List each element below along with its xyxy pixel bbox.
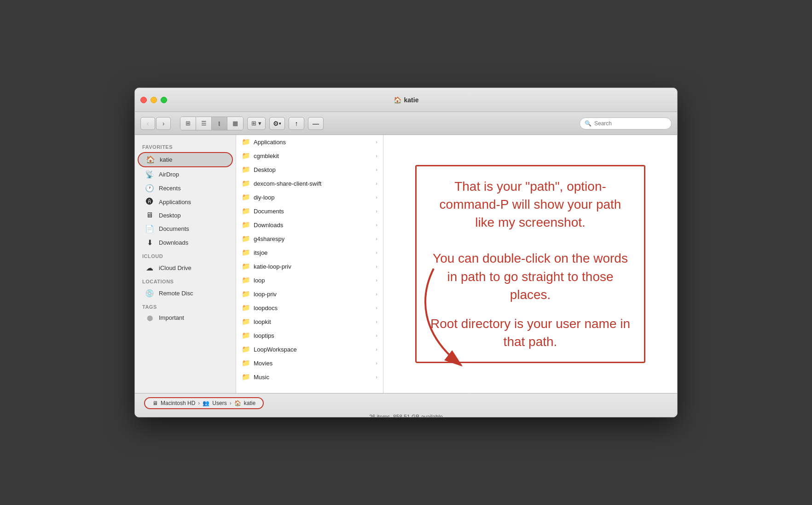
gear-action-button[interactable]: ⚙ ▾ [269,117,285,130]
file-item-loopkit[interactable]: 📁 loopkit › [236,315,383,329]
annotation-box: That is your "path", option-command-P wi… [415,165,645,364]
file-name: loopdocs [254,305,372,311]
expand-arrow-icon: › [376,374,377,380]
file-item-movies[interactable]: 📁 Movies › [236,356,383,370]
annotation-text-2: Root directory is your user name in that… [429,315,631,351]
file-name: Music [254,374,372,381]
sidebar-item-applications[interactable]: 🅐 Applications [138,195,233,208]
file-item-downloads[interactable]: 📁 Downloads › [236,218,383,232]
file-name: looptips [254,332,372,339]
back-button[interactable]: ‹ [140,117,155,130]
file-item-looptips[interactable]: 📁 looptips › [236,329,383,342]
search-input[interactable] [594,120,667,127]
file-item-loopdocs[interactable]: 📁 loopdocs › [236,301,383,315]
folder-icon: 📁 [242,138,250,146]
view-dropdown-icon: ⊞ [251,120,256,127]
zoom-button[interactable] [161,97,167,103]
file-name: g4sharespy [254,235,372,242]
file-item-desktop[interactable]: 📁 Desktop › [236,163,383,176]
icon-view-button[interactable]: ⊞ [180,117,196,130]
tag-icon: — [313,120,319,127]
folder-icon: 📁 [242,359,250,367]
toolbar: ‹ › ⊞ ☰ ⫿ ▦ ⊞ ▾ ⚙ ▾ [135,112,677,135]
annotation-pane: That is your "path", option-command-P wi… [383,135,677,393]
title-home-icon: 🏠 [394,96,401,104]
applications-icon: 🅐 [145,198,154,206]
file-item-g4sharespy[interactable]: 📁 g4sharespy › [236,232,383,246]
finder-window: 🏠 katie ‹ › ⊞ ☰ ⫿ ▦ [134,88,678,417]
file-item-applications[interactable]: 📁 Applications › [236,135,383,149]
search-icon: 🔍 [585,120,592,127]
folder-icon: 📁 [242,373,250,381]
expand-arrow-icon: › [376,208,377,214]
traffic-lights [140,97,167,103]
window-title: 🏠 katie [394,96,419,104]
expand-arrow-icon: › [376,236,377,241]
folder-icon: 📁 [242,221,250,229]
disc-icon: 💿 [145,289,154,298]
forward-button[interactable]: › [156,117,171,130]
title-text: katie [404,96,419,104]
tag-button[interactable]: — [308,117,324,130]
file-name: Downloads [254,222,372,229]
statusbar: 🖥 Macintosh HD › 👥 Users › 🏠 katie 26 it… [135,393,677,417]
sidebar-item-desktop[interactable]: 🖥 Desktop [138,209,233,222]
cover-view-button[interactable]: ▦ [227,117,243,130]
folder-icon: 📁 [242,304,250,312]
recents-icon: 🕐 [145,184,154,193]
path-hd-icon: 🖥 [152,400,158,406]
sidebar-item-remote-disc[interactable]: 💿 Remote Disc [138,287,233,300]
sidebar-item-label: Applications [159,199,191,206]
file-item-itsjoe[interactable]: 📁 itsjoe › [236,246,383,259]
file-item-documents[interactable]: 📁 Documents › [236,204,383,218]
folder-icon: 📁 [242,179,250,188]
titlebar: 🏠 katie [135,88,677,112]
sidebar-item-downloads[interactable]: ⬇ Downloads [138,236,233,249]
main-content: Favorites 🏠 katie 📡 AirDrop 🕐 Recents 🅐 … [135,135,677,393]
file-item-loopworkspace[interactable]: 📁 LoopWorkspace › [236,342,383,356]
gear-icon: ⚙ [273,120,279,127]
expand-arrow-icon: › [376,291,377,297]
search-bar[interactable]: 🔍 [580,117,672,129]
folder-icon: 📁 [242,276,250,284]
sidebar-item-recents[interactable]: 🕐 Recents [138,182,233,195]
file-name: Documents [254,208,372,215]
path-katie-text: katie [244,400,255,406]
file-name: itsjoe [254,249,372,256]
column-view-button[interactable]: ⫿ [212,117,227,130]
sidebar-item-label: Desktop [159,212,181,219]
path-users-icon: 👥 [203,400,209,406]
share-button[interactable]: ↑ [289,117,304,130]
file-name: Applications [254,139,372,146]
sidebar-item-documents[interactable]: 📄 Documents [138,222,233,235]
file-item-katie-loop-priv[interactable]: 📁 katie-loop-priv › [236,259,383,273]
expand-arrow-icon: › [376,139,377,145]
sidebar-item-label: Downloads [159,239,188,246]
back-icon: ‹ [147,120,149,127]
file-name: Movies [254,360,372,367]
minimize-button[interactable] [151,97,157,103]
view-dropdown-button[interactable]: ⊞ ▾ [247,117,266,130]
file-item-loop[interactable]: 📁 loop › [236,273,383,287]
file-item-dexcom[interactable]: 📁 dexcom-share-client-swift › [236,176,383,190]
sidebar-item-icloud-drive[interactable]: ☁ iCloud Drive [138,261,233,275]
list-view-button[interactable]: ☰ [196,117,212,130]
column-view-icon: ⫿ [218,120,221,127]
file-name: loop-priv [254,291,372,298]
tags-label: Tags [135,300,236,311]
file-item-diy-loop[interactable]: 📁 diy-loop › [236,190,383,204]
file-item-music[interactable]: 📁 Music › [236,370,383,384]
expand-arrow-icon: › [376,153,377,159]
expand-arrow-icon: › [376,360,377,366]
file-name: cgmblekit [254,153,372,159]
folder-icon: 📁 [242,290,250,298]
sidebar-item-katie[interactable]: 🏠 katie [138,152,233,167]
sidebar-item-label: Recents [159,185,181,192]
close-button[interactable] [140,97,147,103]
sidebar-item-important[interactable]: ⬤ Important [138,312,233,323]
file-name: diy-loop [254,194,372,201]
file-item-loop-priv[interactable]: 📁 loop-priv › [236,287,383,301]
expand-arrow-icon: › [376,181,377,186]
file-item-cgmblekit[interactable]: 📁 cgmblekit › [236,149,383,163]
sidebar-item-airdrop[interactable]: 📡 AirDrop [138,168,233,181]
